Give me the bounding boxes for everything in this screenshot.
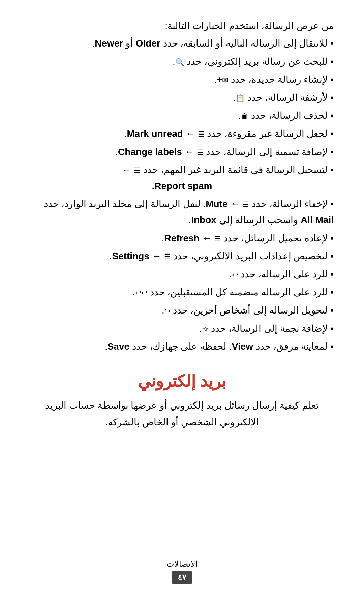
- navigate-older: Older: [136, 38, 160, 49]
- list-item-refresh: لإعادة تحميل الرسائل، حدد ☰ ← Refresh.: [30, 230, 334, 246]
- settings-label: Settings: [112, 251, 149, 261]
- list-item-reply: للرد على الرسالة، حدد ↩.: [30, 266, 334, 282]
- attachment-text-ar: لمعاينة مرفق، حدد: [253, 341, 328, 352]
- forward-text-ar: لتحويل الرسالة إلى أشخاص آخرين، حدد: [171, 305, 328, 316]
- mute-inbox: Inbox: [191, 215, 216, 225]
- page-container: من عرض الرسالة، استخدم الخيارات التالية:…: [0, 0, 364, 597]
- compose-suffix: .: [214, 74, 217, 85]
- list-item-mute: لإخفاء الرسالة، حدد ☰ ← Mute. لنقل الرسا…: [30, 196, 334, 228]
- change-labels-menu-icon: ☰: [197, 146, 204, 159]
- archive-suffix: .: [233, 92, 236, 103]
- bullet-list: للانتقال إلى الرسالة التالية أو السابقة،…: [30, 35, 334, 355]
- list-item-report-spam: لتسجيل الرسالة في قائمة البريد غير المهم…: [30, 162, 334, 194]
- list-item-settings: لتخصيص إعدادات البريد الإلكتروني، حدد ☰ …: [30, 248, 334, 264]
- search-text-ar: للبحث عن رسالة بريد إلكتروني، حدد: [184, 56, 328, 67]
- delete-suffix: .: [238, 110, 241, 121]
- section-description: تعلم كيفية إرسال رسائل بريد إلكتروني أو …: [30, 397, 334, 431]
- compose-icon: ✉: [222, 74, 228, 86]
- change-labels-text-ar: لإضافة تسمية إلى الرسالة، حدد: [204, 147, 328, 157]
- reply-all-icon: ↩↩: [135, 287, 147, 299]
- content-area: من عرض الرسالة، استخدم الخيارات التالية:…: [30, 20, 334, 431]
- list-item-delete: لحذف الرسالة، حدد 🗑.: [30, 108, 334, 124]
- star-text-ar: لإضافة نجمة إلى الرسالة، حدد: [209, 323, 328, 334]
- list-item-star: لإضافة نجمة إلى الرسالة، حدد ☆.: [30, 321, 334, 337]
- change-labels-label: Change labels: [118, 147, 182, 157]
- report-spam-label: Report spam.: [30, 178, 334, 194]
- reply-icon: ↩: [232, 269, 238, 281]
- archive-text-ar: لأرشفة الرسالة، حدد: [245, 92, 328, 103]
- footer-page-number: ٤٧: [172, 571, 192, 584]
- mute-text2: . لنقل الرسالة إلى مجلد البريد الوارد، ح…: [44, 199, 206, 209]
- section-title: بريد إلكتروني: [30, 371, 334, 390]
- delete-text-ar: لحذف الرسالة، حدد: [248, 110, 328, 121]
- report-spam-menu-icon: ☰: [134, 164, 141, 177]
- attachment-view-label: View: [232, 341, 253, 352]
- archive-icon: 📋: [236, 92, 245, 105]
- section-desc-line2: الإلكتروني الشخصي أو الخاص بالشركة.: [105, 417, 259, 427]
- star-icon: ☆: [202, 323, 209, 335]
- settings-menu-icon: ☰: [164, 250, 171, 263]
- refresh-arrow: ←: [200, 233, 214, 243]
- compose-text-ar: لإنشاء رسالة جديدة، حدد: [228, 74, 328, 85]
- list-item-reply-all: للرد على الرسالة متضمنة كل المستقبلين، ح…: [30, 284, 334, 300]
- navigate-newer: Newer: [95, 38, 123, 49]
- navigate-or: أو: [123, 38, 136, 49]
- mute-label: Mute: [206, 199, 228, 209]
- reply-text-ar: للرد على الرسالة، حدد: [238, 269, 328, 279]
- intro-line: من عرض الرسالة، استخدم الخيارات التالية:: [30, 20, 334, 31]
- settings-text-ar: لتخصيص إعدادات البريد الإلكتروني، حدد: [171, 251, 328, 261]
- attachment-save-label: Save: [108, 341, 129, 352]
- reply-suffix: .: [230, 269, 232, 279]
- list-item-forward: لتحويل الرسالة إلى أشخاص آخرين، حدد ↪.: [30, 302, 334, 319]
- report-spam-arrow: ←: [122, 165, 134, 175]
- mute-all-mail: All Mail: [301, 215, 334, 225]
- refresh-label: Refresh: [164, 233, 199, 243]
- attachment-suffix: .: [105, 341, 108, 352]
- mute-text3: واسحب الرسالة إلى: [216, 215, 301, 225]
- star-suffix: .: [199, 323, 202, 334]
- mute-arrow: ←: [228, 199, 243, 209]
- reply-all-suffix: .: [132, 287, 135, 297]
- mark-unread-menu-icon: ☰: [198, 128, 205, 141]
- delete-icon: 🗑: [241, 110, 248, 122]
- list-item-archive: لأرشفة الرسالة، حدد 📋.: [30, 90, 334, 106]
- mark-unread-arrow: ←: [183, 128, 198, 139]
- list-item-compose: لإنشاء رسالة جديدة، حدد ✉+.: [30, 71, 334, 88]
- refresh-menu-icon: ☰: [214, 233, 221, 245]
- list-item-navigate: للانتقال إلى الرسالة التالية أو السابقة،…: [30, 35, 334, 52]
- mark-unread-text-ar: لجعل الرسالة غير مقروءة، حدد: [205, 128, 328, 139]
- attachment-text2: . لحفظه على جهازك، حدد: [129, 341, 232, 352]
- refresh-text-ar: لإعادة تحميل الرسائل، حدد: [221, 233, 328, 243]
- change-labels-arrow: ←: [182, 147, 197, 157]
- list-item-mark-unread: لجعل الرسالة غير مقروءة، حدد ☰ ← Mark un…: [30, 126, 334, 142]
- list-item-attachment: لمعاينة مرفق، حدد View. لحفظه على جهازك،…: [30, 338, 334, 355]
- settings-arrow: ←: [149, 251, 164, 261]
- mark-unread-label: Mark unread: [127, 128, 183, 139]
- change-labels-suffix: .: [115, 147, 118, 157]
- navigate-text-ar: للانتقال إلى الرسالة التالية أو السابقة،…: [160, 38, 328, 49]
- report-spam-text-ar: لتسجيل الرسالة في قائمة البريد غير المهم…: [141, 165, 328, 175]
- mute-menu-icon: ☰: [242, 198, 249, 211]
- forward-suffix: .: [162, 305, 164, 316]
- list-item-change-labels: لإضافة تسمية إلى الرسالة، حدد ☰ ← Change…: [30, 144, 334, 160]
- list-item-search: للبحث عن رسالة بريد إلكتروني، حدد 🔍.: [30, 54, 334, 70]
- compose-plus: +: [217, 74, 222, 85]
- search-icon: 🔍: [175, 56, 184, 68]
- footer-label: الاتصالات: [166, 559, 198, 569]
- mute-text-ar: لإخفاء الرسالة، حدد: [249, 199, 328, 209]
- footer: الاتصالات ٤٧: [0, 559, 364, 584]
- forward-icon: ↪: [164, 305, 171, 317]
- section-desc-line1: تعلم كيفية إرسال رسائل بريد إلكتروني أو …: [45, 400, 319, 411]
- reply-all-text-ar: للرد على الرسالة متضمنة كل المستقبلين، ح…: [147, 287, 328, 297]
- search-suffix: .: [173, 56, 175, 67]
